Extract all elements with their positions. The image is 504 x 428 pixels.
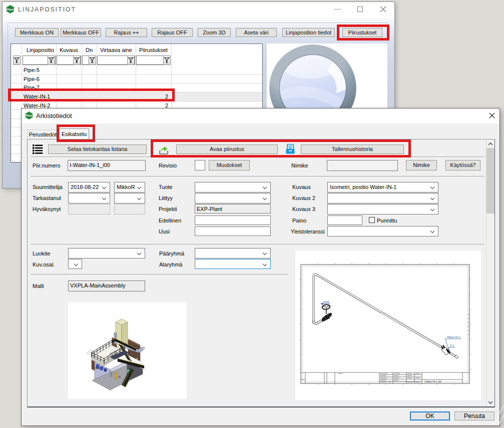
svg-text:S-1: S-1 — [450, 344, 454, 347]
svg-text:I-Water-IN-1_i00: I-Water-IN-1_i00 — [424, 380, 441, 383]
svg-text:Plant: Plant — [26, 114, 33, 117]
svg-text:V004: V004 — [323, 300, 329, 304]
svg-text:Water-IN-1: Water-IN-1 — [447, 336, 460, 338]
svg-text:Plant: Plant — [7, 8, 14, 11]
